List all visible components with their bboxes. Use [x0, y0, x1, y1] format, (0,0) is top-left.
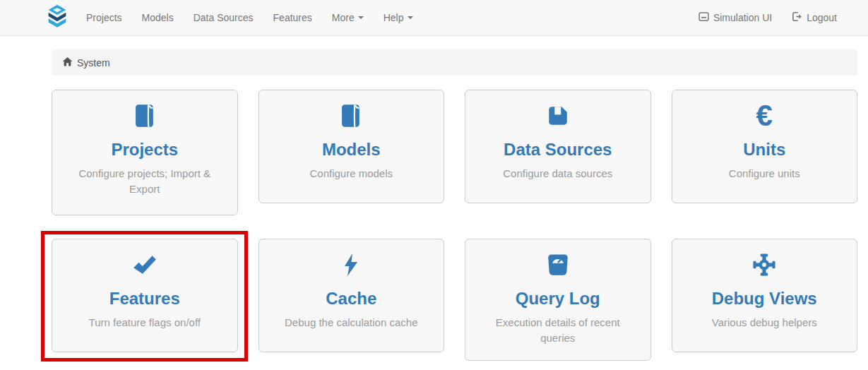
breadcrumb: System	[52, 49, 857, 76]
nav-menu: Projects Models Data Sources Features Mo…	[76, 0, 423, 35]
crosshair-icon	[692, 251, 838, 279]
book-icon	[72, 102, 218, 130]
euro-icon: €	[692, 102, 838, 130]
card-title: Projects	[72, 141, 218, 159]
nav-item-models[interactable]: Models	[132, 0, 184, 35]
card-title: Debug Views	[692, 290, 838, 308]
top-navbar: Projects Models Data Sources Features Mo…	[0, 0, 868, 36]
nav-item-help[interactable]: Help	[374, 0, 423, 35]
bolt-icon	[279, 251, 424, 279]
app-logo[interactable]	[44, 3, 71, 32]
scale-icon	[485, 251, 631, 279]
card-subtitle: Turn feature flags on/off	[72, 315, 218, 330]
card-title: Data Sources	[485, 141, 631, 159]
home-icon[interactable]	[62, 56, 73, 69]
card-projects[interactable]: Projects Configure projects; Import & Ex…	[52, 90, 238, 215]
card-features[interactable]: Features Turn feature flags on/off	[52, 239, 238, 352]
card-debug-views[interactable]: Debug Views Various debug helpers	[672, 239, 858, 352]
floppy-icon	[485, 102, 631, 130]
layers-logo-icon	[44, 3, 71, 32]
card-query-log[interactable]: Query Log Execution details of recent qu…	[465, 239, 651, 361]
card-subtitle: Various debug helpers	[692, 315, 838, 330]
card-models[interactable]: Models Configure models	[258, 90, 445, 203]
nav-item-logout[interactable]: Logout	[782, 0, 847, 35]
card-subtitle: Debug the calculation cache	[279, 315, 424, 330]
card-title: Features	[72, 290, 218, 308]
nav-item-more[interactable]: More	[322, 0, 374, 35]
card-subtitle: Configure units	[692, 166, 838, 181]
card-subtitle: Configure data sources	[485, 166, 631, 181]
card-subtitle: Execution details of recent queries	[485, 315, 631, 346]
nav-right: Simulation UI Logout	[689, 0, 847, 35]
book-icon	[279, 102, 424, 130]
card-units[interactable]: € Units Configure units	[672, 90, 858, 203]
check-icon	[72, 251, 218, 279]
nav-item-projects[interactable]: Projects	[76, 0, 132, 35]
nav-item-simulation-ui[interactable]: Simulation UI	[689, 0, 782, 35]
chevron-down-icon	[358, 16, 364, 19]
system-card-grid: Projects Configure projects; Import & Ex…	[52, 90, 857, 361]
card-cache[interactable]: Cache Debug the calculation cache	[258, 239, 445, 352]
card-subtitle: Configure models	[279, 166, 424, 181]
logout-icon	[792, 11, 802, 24]
card-title: Models	[279, 141, 424, 159]
nav-item-data-sources[interactable]: Data Sources	[184, 0, 263, 35]
card-data-sources[interactable]: Data Sources Configure data sources	[465, 90, 651, 203]
card-title: Units	[692, 141, 838, 159]
card-subtitle: Configure projects; Import & Export	[72, 166, 218, 197]
breadcrumb-current: System	[77, 57, 110, 68]
chevron-down-icon	[408, 16, 413, 19]
card-title: Cache	[279, 290, 424, 308]
card-title: Query Log	[485, 290, 631, 308]
main-content: System Projects Configure projects; Impo…	[0, 36, 868, 361]
nav-item-features[interactable]: Features	[263, 0, 322, 35]
window-icon	[698, 11, 709, 24]
